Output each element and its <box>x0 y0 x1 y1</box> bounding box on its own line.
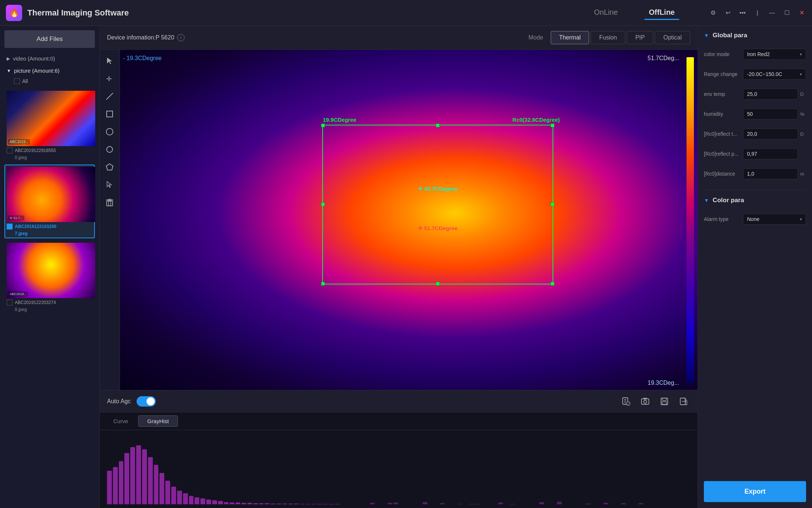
thumb-checkbox-1[interactable] <box>7 148 13 153</box>
tab-grayhist[interactable]: GrayHist <box>138 415 178 427</box>
save-icon-button[interactable] <box>658 395 671 408</box>
thumb-label-2: ABC2019122103200 <box>7 224 93 229</box>
nav-online[interactable]: OnLine <box>590 6 623 20</box>
handle-bottom-left[interactable] <box>321 282 325 286</box>
export-icon-button[interactable] <box>677 395 690 408</box>
histogram-bar-32 <box>294 504 299 504</box>
histogram-bar-17 <box>206 500 211 504</box>
histogram-bar-11 <box>171 487 176 504</box>
back-icon[interactable]: ↩ <box>723 8 732 17</box>
all-label: All <box>22 78 28 84</box>
alarm-type-select[interactable]: None ▾ <box>743 214 806 225</box>
delete-tool-button[interactable] <box>102 195 117 210</box>
select-tool-button[interactable] <box>102 53 117 68</box>
svg-rect-6 <box>107 201 113 206</box>
tab-curve[interactable]: Curve <box>104 415 137 427</box>
handle-mid-right[interactable] <box>551 203 554 206</box>
histogram-bar-extra-51 <box>639 503 643 504</box>
export-button[interactable]: Export <box>704 481 806 502</box>
histogram-bar-12 <box>177 491 182 504</box>
handle-bottom-mid[interactable] <box>436 282 440 286</box>
global-para-header: ▼ Global para <box>704 32 806 39</box>
distance-label: [Rc0]distance <box>704 171 741 177</box>
thumb-item-3[interactable]: ABC2019... ABC2019122203274 8.jpeg <box>4 241 95 314</box>
sidebar-item-video[interactable]: ▶ video (Amount:0) <box>3 52 96 65</box>
reflect-p-input[interactable]: 0,97 <box>743 148 798 159</box>
thumb-item-2[interactable]: ✛ 51.7... ABC2019122103200 7.jpeg <box>4 165 95 238</box>
main-nav: OnLine OffLine <box>590 6 679 20</box>
histogram-bar-26 <box>259 503 264 504</box>
histogram-bar-19 <box>218 501 223 504</box>
mode-fusion-button[interactable]: Fusion <box>591 31 625 44</box>
reflect-t-input[interactable]: 20,0 <box>743 128 798 139</box>
selection-rc-label: Rc0(32.8CDegree) <box>512 117 560 123</box>
histogram-bar-28 <box>271 504 275 504</box>
histogram-chart <box>100 430 698 508</box>
add-files-button[interactable]: Add Files <box>4 30 95 48</box>
thumb-checkbox-3[interactable] <box>7 300 13 305</box>
range-change-value: -20.0C~150.0C <box>747 71 782 77</box>
handle-top-left[interactable] <box>321 124 325 127</box>
histogram-bar-27 <box>265 503 269 504</box>
temp-max-label: 51.7CDeg... <box>648 55 679 62</box>
sidebar: Add Files ▶ video (Amount:0) ▼ picture (… <box>0 26 100 508</box>
right-panel: ▼ Global para color mode Iron Red2 ▾ Ran… <box>698 26 812 508</box>
alarm-type-label: Alarm type <box>704 216 741 222</box>
center-temp-label: ✛ 43.7CDegree <box>418 186 458 192</box>
global-para-collapse[interactable]: ▼ <box>704 32 709 38</box>
histogram-bar-36 <box>317 504 322 504</box>
mode-optical-button[interactable]: Optical <box>655 31 690 44</box>
mode-thermal-button[interactable]: Thermal <box>551 31 589 44</box>
settings-icon[interactable]: ⚙ <box>709 8 718 17</box>
capture-icon-button[interactable] <box>639 395 652 408</box>
all-checkbox[interactable] <box>14 78 20 84</box>
histogram-bar-extra-27 <box>498 502 503 504</box>
handle-mid-left[interactable] <box>321 203 325 206</box>
auto-agc-toggle[interactable] <box>137 396 156 407</box>
thumb-label-3: ABC2019122203274 <box>7 300 93 305</box>
bottom-toolbar: Auto Agc + <box>100 390 698 412</box>
file-tree: ▶ video (Amount:0) ▼ picture (Amount:6) … <box>0 52 99 508</box>
app-logo: 🔥 <box>6 5 22 21</box>
mode-label: Mode <box>529 34 543 41</box>
histogram-bar-21 <box>230 502 234 504</box>
section-divider <box>704 190 806 190</box>
mode-pip-button[interactable]: PIP <box>627 31 653 44</box>
distance-input[interactable]: 1,0 <box>743 168 798 179</box>
line-tool-button[interactable] <box>102 89 117 104</box>
close-button[interactable]: ✕ <box>797 8 806 17</box>
histogram-bar-extra-14 <box>423 502 427 504</box>
thumb-checkbox-2[interactable] <box>7 224 13 229</box>
svg-point-3 <box>106 128 113 135</box>
polygon-tool-button[interactable] <box>102 160 117 174</box>
range-change-select[interactable]: -20.0C~150.0C ▾ <box>743 69 806 80</box>
thumb-item-1[interactable]: ABC2019... ABC2019122918555 0.jpeg <box>4 89 95 162</box>
histogram-bar-extra-17 <box>440 503 445 504</box>
hotspot-temp-label: ✛ 51.7CDegree <box>418 225 458 232</box>
circle-tool-button[interactable] <box>102 142 117 157</box>
report-icon-button[interactable]: + <box>619 395 633 408</box>
handle-top-mid[interactable] <box>436 124 440 127</box>
env-temp-unit: D <box>800 91 806 97</box>
pointer-tool-button[interactable] <box>102 177 117 192</box>
rect-tool-button[interactable] <box>102 107 117 121</box>
handle-top-right[interactable] <box>551 124 554 127</box>
move-tool-button[interactable]: ✛ <box>102 71 117 86</box>
ellipse-tool-button[interactable] <box>102 124 117 139</box>
more-icon[interactable]: ••• <box>738 8 747 17</box>
color-mode-select[interactable]: Iron Red2 ▾ <box>743 49 806 60</box>
histogram-bar-16 <box>200 498 205 504</box>
nav-offline[interactable]: OffLine <box>644 6 679 20</box>
restore-button[interactable]: ☐ <box>782 8 791 17</box>
info-icon[interactable]: i <box>177 34 185 41</box>
draw-tools: ✛ <box>100 50 120 390</box>
handle-bottom-right[interactable] <box>551 282 554 286</box>
thermal-image: 51.7CDeg... - 19.3CDegree 19.3CDeg... 19 <box>120 50 698 390</box>
color-para-collapse[interactable]: ▼ <box>704 197 709 203</box>
svg-rect-2 <box>107 111 113 117</box>
minimize-button[interactable]: — <box>768 8 777 17</box>
humidity-input[interactable]: 50 <box>743 108 798 120</box>
sidebar-item-picture[interactable]: ▼ picture (Amount:6) <box>3 65 96 77</box>
selection-rectangle[interactable]: 19.9CDegree Rc0(32.8CDegree) ✛ 43.7CDegr… <box>322 125 553 284</box>
env-temp-input[interactable]: 25,0 <box>743 89 798 100</box>
